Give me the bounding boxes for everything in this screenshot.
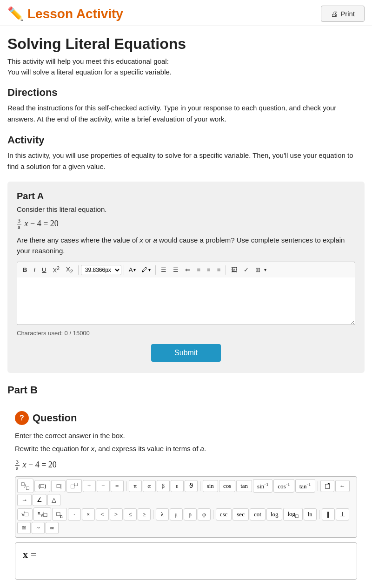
- parallel-key[interactable]: ‖: [322, 508, 335, 520]
- phi-key[interactable]: φ: [198, 508, 211, 520]
- underline-button[interactable]: U: [39, 265, 49, 275]
- subscript-button[interactable]: X2: [63, 264, 76, 276]
- subscript-key2[interactable]: □n: [52, 508, 66, 521]
- equals-key[interactable]: =: [111, 480, 124, 492]
- mu-key[interactable]: μ: [170, 508, 183, 520]
- epsilon-key[interactable]: ε: [171, 480, 184, 492]
- print-label: Print: [340, 10, 355, 18]
- sec-key[interactable]: sec: [232, 508, 249, 520]
- cot-key[interactable]: cot: [250, 508, 266, 520]
- theta-key[interactable]: ϑ: [185, 480, 198, 492]
- math-sep-4: [153, 510, 153, 519]
- ordered-list-button[interactable]: ☰: [170, 265, 181, 275]
- plus-key[interactable]: +: [83, 480, 96, 492]
- cos-key[interactable]: cos: [219, 480, 235, 492]
- math-keyboard-row2: √□ n√□ □n · × < > ≤ ≥ λ μ ρ φ csc sec: [17, 507, 355, 534]
- rho-key[interactable]: ρ: [184, 508, 197, 520]
- question-icon: ?: [15, 411, 29, 425]
- math-keyboard-row1: □/□ (□) |□| □□ + − = π α β ε ϑ sin cos: [17, 479, 355, 506]
- outdent-button[interactable]: ⇐: [182, 265, 193, 275]
- part-a-title: Part A: [17, 191, 355, 202]
- font-color-chevron: ▾: [133, 267, 136, 272]
- highlight-button[interactable]: 🖊 ▾: [139, 265, 153, 275]
- sqrt-key[interactable]: √□: [17, 508, 33, 520]
- ln-key[interactable]: ln: [304, 508, 317, 520]
- highlight-icon: 🖊: [141, 266, 147, 273]
- pi-key[interactable]: π: [129, 480, 142, 492]
- congruent-key[interactable]: ≅: [17, 522, 31, 534]
- bold-button[interactable]: B: [20, 265, 30, 275]
- minus-key[interactable]: −: [97, 480, 110, 492]
- csc-key[interactable]: csc: [216, 508, 232, 520]
- answer-box[interactable]: x =: [15, 542, 357, 580]
- align-center-button[interactable]: ≡: [194, 265, 203, 275]
- math-sep-3: [318, 481, 318, 491]
- font-size-select[interactable]: 39.8366px: [81, 265, 121, 275]
- superscript-button[interactable]: X2: [50, 264, 62, 275]
- subtitle-line1: This activity will help you meet this ed…: [7, 56, 365, 67]
- arccos-key[interactable]: cos-1: [273, 479, 294, 493]
- fraction: 3 a: [17, 218, 21, 230]
- answer-x-label: x: [23, 548, 28, 561]
- perp-key[interactable]: ⊥: [336, 508, 349, 520]
- math-sep-6: [319, 510, 319, 519]
- print-button[interactable]: 🖨 Print: [321, 6, 365, 22]
- abs-key[interactable]: |□|: [51, 480, 66, 492]
- math-sep-5: [213, 510, 213, 519]
- submit-button[interactable]: Submit: [151, 344, 221, 362]
- leq-key[interactable]: ≤: [124, 508, 137, 520]
- right-arrow-key[interactable]: →: [17, 494, 32, 506]
- arctan-key[interactable]: tan-1: [295, 479, 315, 493]
- align-right-button[interactable]: ≡: [204, 265, 213, 275]
- activity-heading: Activity: [7, 134, 365, 146]
- response-textarea[interactable]: [17, 277, 355, 325]
- lambda-key[interactable]: λ: [156, 508, 169, 520]
- math-sep-1: [126, 481, 126, 491]
- checkmark-button[interactable]: ✓: [241, 265, 252, 275]
- arcsin-key[interactable]: sin-1: [253, 479, 272, 493]
- beta-key[interactable]: β: [157, 480, 170, 492]
- answer-equals: =: [31, 548, 36, 561]
- question-label: Question: [33, 412, 77, 424]
- subtitle-line2: You will solve a literal equation for a …: [7, 67, 365, 78]
- times-key[interactable]: ×: [82, 508, 95, 520]
- similar-key[interactable]: ~: [32, 522, 45, 534]
- nth-root-key[interactable]: n√□: [33, 507, 51, 521]
- equation-x: x: [25, 219, 28, 228]
- justify-button[interactable]: ≡: [214, 265, 224, 275]
- angle-key[interactable]: ∠: [33, 494, 46, 506]
- alpha-key[interactable]: α: [143, 480, 156, 492]
- toolbar-more[interactable]: ▾: [264, 267, 266, 272]
- superscript-key[interactable]: □□: [66, 479, 81, 493]
- subtitle: This activity will help you meet this ed…: [7, 56, 365, 77]
- part-a-description: Consider this literal equation.: [17, 205, 355, 213]
- infinity-key[interactable]: ∞: [46, 522, 59, 534]
- triangle-key[interactable]: △: [47, 494, 60, 506]
- log-base-key[interactable]: log□: [283, 508, 302, 521]
- table-button[interactable]: ⊞: [252, 265, 263, 275]
- print-icon: 🖨: [331, 10, 338, 18]
- insert-image-button[interactable]: 🖼: [228, 265, 240, 275]
- math-keyboard: □/□ (□) |□| □□ + − = π α β ε ϑ sin cos: [15, 476, 357, 538]
- vector-key[interactable]: □̄: [320, 480, 334, 492]
- parens-key[interactable]: (□): [34, 480, 51, 492]
- directions-text: Read the instructions for this self-chec…: [7, 102, 365, 125]
- gt-key[interactable]: >: [110, 508, 123, 520]
- question-icon-label: ?: [20, 414, 24, 422]
- directions-heading: Directions: [7, 87, 365, 99]
- geq-key[interactable]: ≥: [138, 508, 151, 520]
- left-arrow-key[interactable]: ←: [335, 480, 350, 492]
- part-b-equation: 3 a x − 4 = 20: [15, 459, 357, 472]
- log-key[interactable]: log: [266, 508, 283, 520]
- italic-button[interactable]: I: [31, 265, 38, 275]
- fraction-key[interactable]: □/□: [17, 479, 33, 493]
- sin-key[interactable]: sin: [203, 480, 218, 492]
- toolbar-sep-1: [78, 265, 79, 275]
- font-color-button[interactable]: A ▾: [126, 265, 139, 275]
- tan-key[interactable]: tan: [236, 480, 252, 492]
- font-color-label: A: [129, 266, 133, 273]
- lt-key[interactable]: <: [96, 508, 109, 520]
- toolbar-sep-4: [226, 265, 226, 275]
- unordered-list-button[interactable]: ☰: [158, 265, 169, 275]
- dot-key[interactable]: ·: [68, 508, 81, 520]
